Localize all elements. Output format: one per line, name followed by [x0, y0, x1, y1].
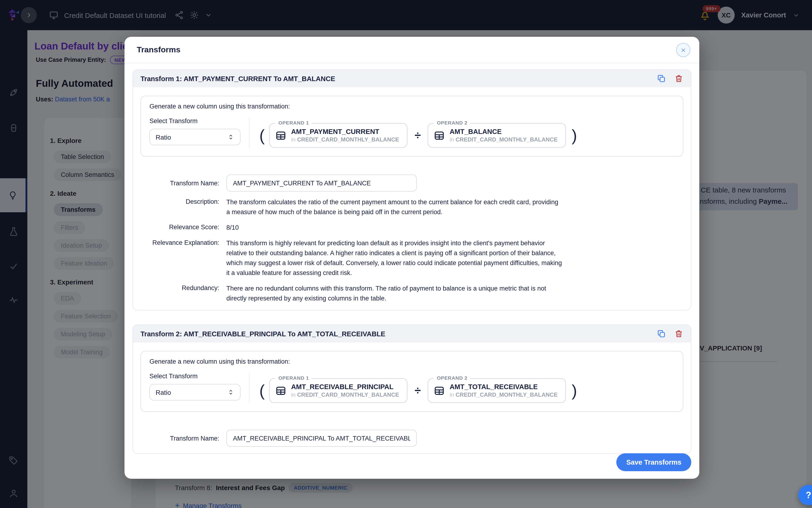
screen: Credit Default Dataset UI tutorial 999+ … [0, 0, 812, 508]
divider [249, 118, 250, 147]
transform-1-formula-card: Generate a new column using this transfo… [140, 96, 683, 157]
select-transform-label: Select Transform [149, 373, 240, 380]
select-chevrons-icon [227, 389, 234, 396]
question-mark-icon: ? [806, 490, 811, 500]
copy-icon [657, 74, 666, 83]
select-chevrons-icon [227, 133, 234, 140]
operand-1-selector[interactable]: OPERAND 1 AMT_PAYMENT_CURRENT in CREDIT_… [269, 123, 408, 147]
description-text: The transform calculates the ratio of th… [226, 197, 563, 217]
delete-transform-button[interactable] [674, 329, 683, 338]
close-icon: × [681, 46, 686, 54]
description-label: Description: [140, 197, 219, 205]
relevance-explanation-text: This transform is highly relevant for pr… [226, 238, 563, 278]
modal-body: Transform 1: AMT_PAYMENT_CURRENT To AMT_… [125, 63, 699, 470]
generate-column-label: Generate a new column using this transfo… [149, 103, 674, 110]
divide-operator: ÷ [415, 129, 421, 142]
operand-2-selector[interactable]: OPERAND 2 AMT_BALANCE in CREDIT_CARD_MON… [428, 123, 566, 147]
transform-2-name-input[interactable] [226, 430, 417, 447]
transform-1-title: Transform 1: AMT_PAYMENT_CURRENT To AMT_… [140, 75, 335, 82]
duplicate-transform-button[interactable] [657, 74, 666, 83]
transform-type-select[interactable]: Ratio [149, 384, 240, 400]
transform-2-title: Transform 2: AMT_RECEIVABLE_PRINCIPAL To… [140, 330, 385, 337]
operand-column-name: AMT_RECEIVABLE_PRINCIPAL [291, 383, 399, 390]
relevance-score-value: 8/10 [226, 223, 563, 232]
open-paren: ( [259, 127, 265, 143]
table-icon [434, 385, 445, 396]
delete-transform-button[interactable] [674, 74, 683, 83]
table-icon [276, 385, 286, 396]
trash-icon [674, 74, 683, 83]
trash-icon [674, 329, 683, 338]
transform-2-formula-card: Generate a new column using this transfo… [140, 351, 683, 412]
operand-table-name: CREDIT_CARD_MONTHLY_BALANCE [455, 391, 557, 398]
duplicate-transform-button[interactable] [657, 329, 666, 338]
transform-2-section: Transform 2: AMT_RECEIVABLE_PRINCIPAL To… [133, 325, 691, 454]
transform-name-label: Transform Name: [140, 435, 219, 442]
relevance-score-label: Relevance Score: [140, 223, 219, 231]
relevance-explanation-label: Relevance Explanation: [140, 238, 219, 246]
table-icon [434, 130, 445, 141]
divider [249, 373, 250, 403]
transform-type-select[interactable]: Ratio [149, 129, 240, 145]
transform-name-label: Transform Name: [140, 179, 219, 186]
transform-1-name-input[interactable] [226, 174, 417, 192]
table-icon [276, 130, 286, 141]
modal-title: Transforms [137, 45, 180, 54]
close-paren: ) [572, 383, 577, 398]
close-paren: ) [572, 127, 577, 143]
operand-1-selector[interactable]: OPERAND 1 AMT_RECEIVABLE_PRINCIPAL in CR… [269, 378, 408, 403]
transform-1-section: Transform 1: AMT_PAYMENT_CURRENT To AMT_… [133, 69, 691, 310]
transforms-modal: Transforms × Transform 1: AMT_PAYMENT_CU… [125, 37, 699, 479]
operand-2-selector[interactable]: OPERAND 2 AMT_TOTAL_RECEIVABLE in CREDIT… [428, 378, 566, 403]
operand-table-name: CREDIT_CARD_MONTHLY_BALANCE [455, 136, 557, 143]
operand-column-name: AMT_TOTAL_RECEIVABLE [450, 383, 557, 390]
select-transform-label: Select Transform [149, 118, 240, 125]
operand-table-name: CREDIT_CARD_MONTHLY_BALANCE [297, 136, 399, 143]
divide-operator: ÷ [415, 384, 421, 397]
operand-table-name: CREDIT_CARD_MONTHLY_BALANCE [297, 391, 399, 398]
generate-column-label: Generate a new column using this transfo… [149, 358, 674, 365]
redundancy-text: There are no redundant columns with this… [226, 284, 563, 303]
redundancy-label: Redundancy: [140, 284, 219, 292]
open-paren: ( [259, 383, 265, 398]
copy-icon [657, 329, 666, 338]
operand-column-name: AMT_BALANCE [450, 128, 557, 135]
close-modal-button[interactable]: × [676, 43, 690, 57]
operand-column-name: AMT_PAYMENT_CURRENT [291, 128, 399, 135]
save-transforms-button[interactable]: Save Transforms [616, 453, 691, 471]
